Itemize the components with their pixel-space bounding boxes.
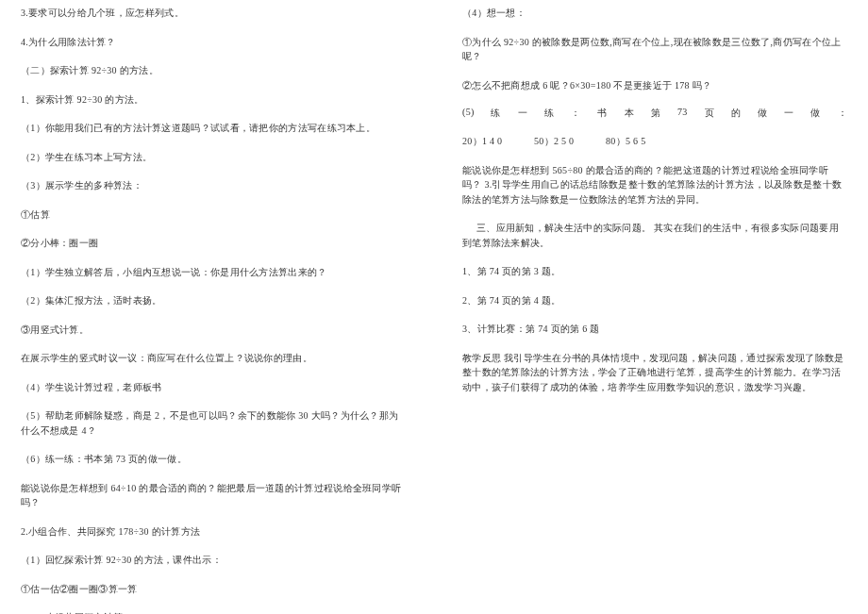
c: 练 xyxy=(491,107,500,120)
practice-line-5: (5) 练 一 练 ： 书 本 第 73 页 的 做 一 做 ： xyxy=(462,107,847,120)
c: 的 xyxy=(731,107,741,120)
paragraph: 能说说你是怎样想到 565÷80 的最合适的商的？能把这道题的计算过程说给全班同… xyxy=(462,163,847,207)
problem-2: 50）2 5 0 xyxy=(534,136,574,146)
paragraph: （2）小组共同探究计算 178÷30 xyxy=(21,610,406,614)
paragraph: （3）展示学生的多种算法： xyxy=(21,178,406,193)
paragraph: （1）学生独立解答后，小组内互想说一说：你是用什么方法算出来的？ xyxy=(21,265,406,280)
practice-problems: 20）1 4 0 50）2 5 0 80）5 6 5 xyxy=(462,134,847,149)
paragraph: ①估一估②圈一圈③算一算 xyxy=(21,582,406,597)
left-column: 3.要求可以分给几个班，应怎样列式。 4.为什么用除法计算？ （二）探索计算 9… xyxy=(21,6,434,608)
c: 本 xyxy=(625,107,634,120)
paragraph: 2、第 74 页的第 4 题。 xyxy=(462,293,847,308)
paragraph: 教学反思 我引导学生在分书的具体情境中，发现问题，解决问题，通过探索发现了除数是… xyxy=(462,351,847,395)
paragraph: 在展示学生的竖式时议一议：商应写在什么位置上？说说你的理由。 xyxy=(21,351,406,366)
paragraph: （2）学生在练习本上写方法。 xyxy=(21,150,406,165)
c: 练 xyxy=(544,107,554,120)
paragraph: ③用竖式计算。 xyxy=(21,323,406,338)
paragraph: （二）探索计算 92÷30 的方法。 xyxy=(21,63,406,78)
c: 做 xyxy=(758,107,767,120)
paragraph: ①估算 xyxy=(21,207,406,223)
paragraph: 1、探索计算 92÷30 的方法。 xyxy=(21,92,406,108)
paragraph: （1）你能用我们已有的方法计算这道题吗？试试看，请把你的方法写在练习本上。 xyxy=(21,121,406,136)
c: ： xyxy=(571,107,580,120)
paragraph: （1）回忆探索计算 92÷30 的方法，课件出示： xyxy=(21,553,406,568)
paragraph: 3.要求可以分给几个班，应怎样列式。 xyxy=(21,6,406,21)
c: 页 xyxy=(705,107,714,120)
c: 第 xyxy=(651,107,660,120)
paragraph: （5）帮助老师解除疑惑，商是 2，不是也可以吗？余下的数能你 30 大吗？为什么… xyxy=(21,408,406,438)
right-column: （4）想一想： ①为什么 92÷30 的被除数是两位数,商写在个位上,现在被除数… xyxy=(434,6,847,608)
paragraph: 3、计算比赛：第 74 页的第 6 题 xyxy=(462,322,847,337)
paragraph: ②怎么不把商想成 6 呢？6×30=180 不是更接近于 178 吗？ xyxy=(462,78,847,93)
paragraph: 1、第 74 页的第 3 题。 xyxy=(462,264,847,279)
c: 73 xyxy=(677,107,688,120)
paragraph: 2.小组合作、共同探究 178÷30 的计算方法 xyxy=(21,524,406,539)
problem-3: 80）5 6 5 xyxy=(606,136,645,146)
c: ： xyxy=(838,107,847,120)
c: 一 xyxy=(518,107,527,120)
c: 一 xyxy=(784,107,793,120)
c: 做 xyxy=(810,107,820,120)
problem-1: 20）1 4 0 xyxy=(462,136,502,146)
paragraph: （6）练一练：书本第 73 页的做一做。 xyxy=(21,452,406,467)
paragraph: （4）想一想： xyxy=(462,6,847,21)
paragraph: （2）集体汇报方法，适时表扬。 xyxy=(21,293,406,308)
paragraph: 4.为什么用除法计算？ xyxy=(21,35,406,50)
paragraph: （4）学生说计算过程，老师板书 xyxy=(21,380,406,395)
paragraph: ①为什么 92÷30 的被除数是两位数,商写在个位上,现在被除数是三位数了,商仍… xyxy=(462,35,847,64)
paragraph: 三、应用新知，解决生活中的实际问题。 其实在我们的生活中，有很多实际问题要用到笔… xyxy=(462,221,847,250)
paragraph: 能说说你是怎样想到 64÷10 的最合适的商的？能把最后一道题的计算过程说给全班… xyxy=(21,481,406,510)
paragraph: ②分小棒：圈一圈 xyxy=(21,236,406,251)
row5-prefix: (5) xyxy=(462,107,475,120)
c: 书 xyxy=(597,107,607,120)
